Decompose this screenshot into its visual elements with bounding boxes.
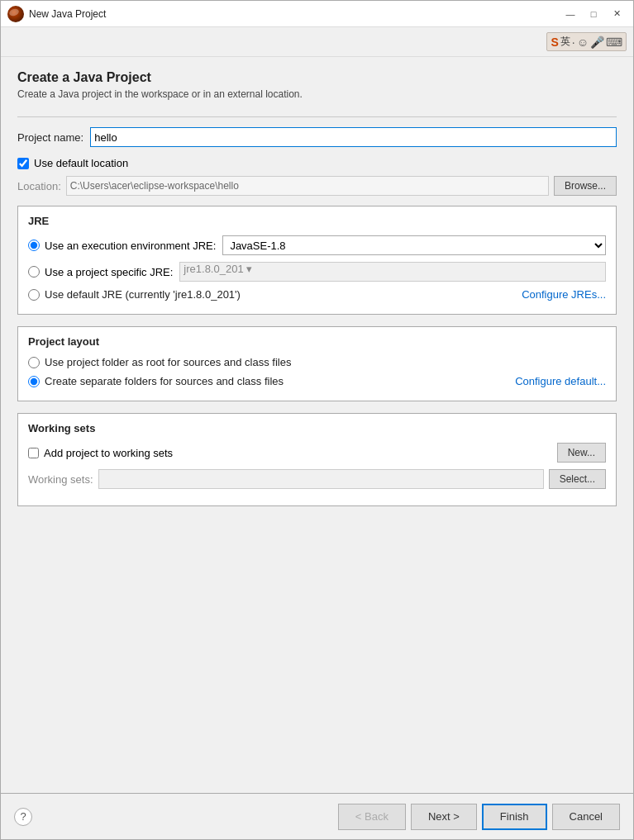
back-button[interactable]: < Back — [338, 804, 406, 830]
help-button[interactable]: ? — [14, 808, 32, 826]
layout-option2-radio[interactable] — [28, 376, 40, 387]
location-label: Location: — [17, 180, 61, 192]
ime-logo-icon: S — [551, 36, 558, 49]
browse-button[interactable]: Browse... — [554, 176, 617, 196]
dialog-header: Create a Java Project Create a Java proj… — [17, 70, 617, 100]
use-default-location-checkbox[interactable] — [17, 158, 29, 169]
ime-keyboard-btn[interactable]: ⌨ — [606, 36, 622, 49]
jre-option1-row: Use an execution environment JRE: JavaSE… — [28, 235, 606, 255]
jre-section: JRE Use an execution environment JRE: Ja… — [17, 206, 617, 315]
project-name-input[interactable] — [90, 127, 617, 147]
dialog-subtitle: Create a Java project in the workspace o… — [17, 88, 617, 100]
project-name-row: Project name: — [17, 127, 617, 147]
ime-language-text: 英 — [560, 35, 570, 49]
project-layout-section: Project layout Use project folder as roo… — [17, 326, 617, 401]
working-sets-title: Working sets — [28, 422, 606, 434]
dialog-title: Create a Java Project — [17, 70, 617, 85]
minimize-button[interactable]: — — [560, 6, 580, 22]
title-bar: New Java Project — □ ✕ — [1, 1, 633, 27]
content-spacer — [17, 518, 617, 780]
default-location-row: Use default location — [17, 157, 617, 169]
layout-option1-row: Use project folder as root for sources a… — [28, 356, 606, 368]
main-window: New Java Project — □ ✕ S 英 · ☺ 🎤 ⌨ Creat… — [0, 0, 634, 840]
toolbar-area: S 英 · ☺ 🎤 ⌨ — [1, 27, 633, 57]
new-working-set-button[interactable]: New... — [557, 443, 606, 463]
use-default-location-label: Use default location — [34, 157, 128, 169]
add-working-sets-row: Add project to working sets New... — [28, 443, 606, 463]
jre-option3-radio[interactable] — [28, 289, 40, 301]
jre-specific-select-disabled: jre1.8.0_201 ▾ — [179, 262, 606, 282]
location-row: Location: Browse... — [17, 176, 617, 196]
app-icon — [7, 6, 24, 22]
jre-execution-env-select[interactable]: JavaSE-1.8 JavaSE-11 JavaSE-17 — [222, 235, 606, 255]
window-controls: — □ ✕ — [560, 6, 627, 22]
project-name-label: Project name: — [17, 131, 83, 144]
bottom-bar: ? < Back Next > Finish Cancel — [1, 793, 633, 839]
jre-option2-label: Use a project specific JRE: — [45, 266, 173, 278]
configure-default-link[interactable]: Configure default... — [515, 375, 606, 387]
navigation-buttons: < Back Next > Finish Cancel — [338, 804, 620, 830]
jre-option2-radio[interactable] — [28, 266, 40, 278]
dialog-content: Create a Java Project Create a Java proj… — [1, 57, 633, 793]
layout-option1-radio[interactable] — [28, 357, 40, 368]
maximize-button[interactable]: □ — [584, 6, 603, 22]
working-sets-select-row: Working sets: Select... — [28, 469, 606, 489]
ime-mic-btn[interactable]: 🎤 — [590, 36, 604, 49]
working-sets-label: Working sets: — [28, 473, 93, 486]
add-working-sets-label: Add project to working sets — [44, 447, 552, 459]
add-working-sets-checkbox[interactable] — [28, 448, 39, 458]
jre-option2-row: Use a project specific JRE: jre1.8.0_201… — [28, 262, 606, 282]
jre-option1-label: Use an execution environment JRE: — [45, 240, 216, 252]
layout-option2-label: Create separate folders for sources and … — [45, 375, 515, 387]
header-separator — [17, 116, 617, 117]
cancel-button[interactable]: Cancel — [552, 804, 620, 830]
close-button[interactable]: ✕ — [607, 6, 627, 22]
working-sets-input — [98, 469, 544, 489]
jre-section-title: JRE — [28, 215, 606, 227]
project-layout-title: Project layout — [28, 335, 606, 348]
location-input[interactable] — [66, 176, 549, 196]
layout-option2-row: Create separate folders for sources and … — [28, 375, 606, 387]
ime-dot-btn[interactable]: · — [572, 36, 575, 49]
jre-option3-row: Use default JRE (currently 'jre1.8.0_201… — [28, 288, 606, 301]
configure-jres-link[interactable]: Configure JREs... — [522, 288, 606, 301]
jre-option1-radio[interactable] — [28, 240, 40, 251]
jre-option3-label: Use default JRE (currently 'jre1.8.0_201… — [45, 288, 522, 301]
ime-smile-btn[interactable]: ☺ — [577, 36, 589, 49]
window-title: New Java Project — [29, 8, 560, 20]
finish-button[interactable]: Finish — [482, 804, 547, 830]
ime-toolbar: S 英 · ☺ 🎤 ⌨ — [546, 32, 627, 51]
select-working-set-button[interactable]: Select... — [549, 469, 606, 489]
working-sets-section: Working sets Add project to working sets… — [17, 413, 617, 506]
layout-option1-label: Use project folder as root for sources a… — [45, 356, 291, 368]
next-button[interactable]: Next > — [411, 804, 477, 830]
